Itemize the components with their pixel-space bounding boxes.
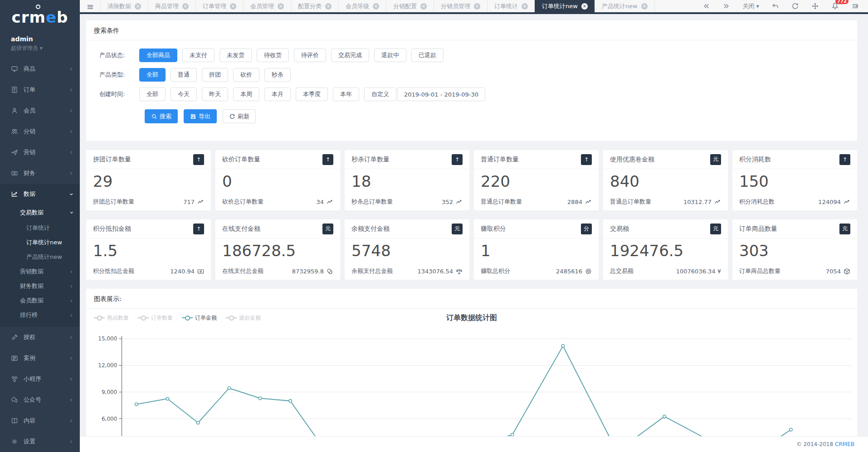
tab[interactable]: 订单管理 × [195, 0, 244, 12]
fullscreen-button[interactable] [811, 2, 819, 10]
notifications-button[interactable]: 772 [831, 2, 839, 10]
filter-option-button[interactable]: 今天 [171, 87, 197, 101]
scroll-tabs-right-button[interactable] [722, 2, 730, 10]
crmeb-link[interactable]: CRMEB [835, 441, 854, 447]
tab[interactable]: 配置分类 × [291, 0, 339, 12]
tab[interactable]: 分销员管理 × [434, 0, 488, 12]
filter-option-button[interactable]: 交易完成 [331, 49, 369, 62]
sidebar-item-finance[interactable]: 财务‹ [0, 163, 80, 184]
sidebar-item-product-stats-new[interactable]: 产品统计new [0, 250, 80, 264]
tab-close-icon[interactable]: × [474, 3, 480, 10]
filter-option-button[interactable]: 昨天 [202, 87, 228, 101]
logo-text-b: b [57, 8, 68, 26]
filter-option-button[interactable]: 待收货 [257, 49, 289, 62]
sidebar-item-members[interactable]: 会员‹ [0, 100, 80, 121]
filter-option-button[interactable]: 砍价 [233, 68, 259, 82]
tab[interactable]: 产品统计new × [595, 0, 655, 12]
sidebar-item-ranking[interactable]: 排行榜‹ [0, 308, 80, 322]
tab[interactable]: 订单统计 × [487, 0, 535, 12]
filter-option-button[interactable]: 未支付 [182, 49, 215, 62]
filter-option-button[interactable]: 本季度 [296, 87, 328, 101]
message-list-button[interactable] [851, 2, 859, 10]
sidebar-item-member-data[interactable]: 会员数据‹ [0, 293, 80, 308]
filter-option-button[interactable]: 全部商品 [139, 49, 177, 62]
tab-close-icon[interactable]: × [230, 3, 236, 10]
close-tabs-dropdown[interactable]: 关闭▾ [742, 2, 759, 10]
filter-option-button[interactable]: 全部 [139, 87, 166, 101]
tab[interactable]: 商品管理 × [148, 0, 196, 12]
sidebar-item-trade-data[interactable]: 交易数据‹ [0, 204, 80, 221]
tab-close-icon[interactable]: × [522, 3, 528, 10]
sidebar-item-marketing[interactable]: 营销‹ [0, 142, 80, 163]
sidebar-item-content[interactable]: 内容‹ [0, 410, 80, 431]
refresh-page-button[interactable] [791, 2, 799, 10]
scroll-tabs-left-button[interactable] [702, 2, 710, 10]
date-range-picker[interactable]: 2019-09-01 - 2019-09-30 [397, 87, 485, 101]
tab-close-icon[interactable]: × [325, 3, 332, 10]
stat-card: 拼团订单数量 ↑ 29 拼团总订单数量 717 [86, 150, 211, 210]
back-button[interactable] [771, 2, 779, 10]
sidebar-item-auth[interactable]: 授权‹ [0, 327, 80, 348]
filter-option-button[interactable]: 退款中 [374, 49, 406, 62]
sidebar-item-marketing-data[interactable]: 营销数据‹ [0, 264, 80, 279]
filter-option-button[interactable]: 本月 [264, 87, 291, 101]
chevron-left-icon: ‹ [70, 334, 73, 341]
filter-option-button[interactable]: 本周 [233, 87, 259, 101]
tab-close-icon[interactable]: × [641, 3, 648, 10]
stat-card-badge-icon: 分 [581, 224, 592, 234]
legend-label: 订单数量 [151, 314, 173, 322]
filter-option-button[interactable]: 本年 [333, 87, 359, 101]
stat-card-sub-label: 普通总订单数量 [481, 198, 522, 206]
sidebar-item-official-account[interactable]: 公众号‹ [0, 389, 80, 410]
sidebar-item-finance-data[interactable]: 财务数据‹ [0, 279, 80, 293]
legend-item[interactable]: 订单数量 [138, 314, 173, 322]
sidebar-item-goods[interactable]: 商品‹ [0, 58, 80, 79]
tab-close-icon[interactable]: × [278, 3, 284, 10]
sidebar-item-settings[interactable]: 设置‹ [0, 431, 80, 452]
tab[interactable]: 会员等级 × [338, 0, 386, 12]
user-role-dropdown[interactable]: 超级管理员 ▾ [11, 44, 80, 52]
legend-item[interactable]: 商品数量 [94, 314, 129, 322]
sidebar-item-order-stats[interactable]: 订单统计 [0, 221, 80, 235]
filter-option-button[interactable]: 普通 [171, 68, 197, 82]
legend-marker-icon [226, 316, 237, 320]
export-button[interactable]: 导出 [184, 109, 217, 123]
stat-card-header: 赚取积分 分 [474, 219, 599, 238]
expand-arrows-icon [811, 2, 819, 10]
refresh-button[interactable]: 刷新 [223, 109, 256, 123]
product-status-options: 全部商品未支付未发货待收货待评价交易完成退款中已退款 [139, 49, 444, 62]
sidebar-item-orders[interactable]: 订单‹ [0, 79, 80, 100]
search-button[interactable]: 搜索 [145, 109, 178, 123]
sidebar-item-miniprogram[interactable]: 小程序‹ [0, 369, 80, 389]
tab[interactable]: 订单统计new × [535, 0, 595, 12]
double-chevron-right-icon [722, 2, 730, 10]
tab-close-icon[interactable]: × [373, 3, 379, 10]
sidebar-item-distribution[interactable]: 分销‹ [0, 121, 80, 142]
legend-item[interactable]: 订单金额 [182, 314, 217, 322]
tab[interactable]: 分销配置 × [386, 0, 434, 12]
sidebar-item-order-stats-new[interactable]: 订单统计new [0, 235, 80, 250]
tab-close-icon[interactable]: × [182, 3, 189, 10]
tab[interactable]: 清除数据 × [100, 0, 148, 12]
legend-item[interactable]: 退款金额 [226, 314, 261, 322]
filter-option-button[interactable]: 全部 [139, 68, 166, 82]
tab-close-icon[interactable]: × [420, 3, 427, 10]
stat-card-header: 交易额 元 [603, 219, 728, 238]
tab-close-icon[interactable]: × [581, 3, 588, 10]
submenu-item-label: 订单统计 [26, 224, 50, 232]
filter-option-button[interactable]: 拼团 [202, 68, 228, 82]
filter-option-button[interactable]: 自定义 [364, 87, 396, 101]
stat-cards-row-1: 拼团订单数量 ↑ 29 拼团总订单数量 717 砍价订单数量 ↑ 0 砍价总订单… [86, 150, 857, 210]
filter-option-button[interactable]: 待评价 [294, 49, 326, 62]
filter-option-button[interactable]: 已退款 [411, 49, 444, 62]
sidebar-item-data[interactable]: 数据‹ [0, 184, 80, 204]
gear-icon [11, 438, 18, 445]
tab-close-icon[interactable]: × [135, 3, 141, 10]
tab[interactable]: 会员管理 × [243, 0, 291, 12]
stat-card: 普通订单数量 ↑ 220 普通总订单数量 2884 [474, 150, 599, 210]
filter-option-button[interactable]: 未发货 [219, 49, 252, 62]
sidebar-item-case[interactable]: 案例‹ [0, 348, 80, 369]
hamburger-menu-icon[interactable]: ≡ [80, 0, 101, 12]
line-chart-plot[interactable]: 15,00012,0009,0006,000 [86, 327, 857, 436]
filter-option-button[interactable]: 秒杀 [264, 68, 291, 82]
